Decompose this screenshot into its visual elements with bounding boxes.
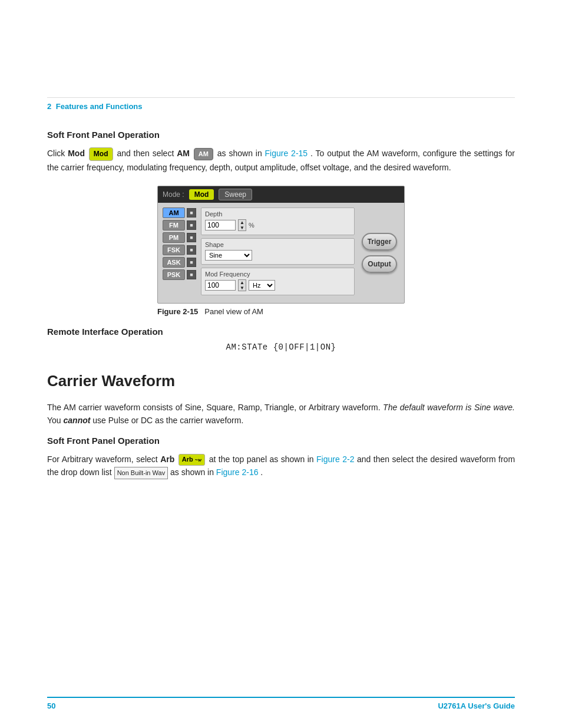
depth-spinner[interactable]: ▲ ▼	[238, 219, 246, 231]
fsk-row: FSK ■	[163, 245, 196, 255]
am-button-inline: AM	[194, 148, 213, 160]
cw-para1-italic: The default waveform is Sine wave.	[383, 403, 515, 412]
fsk-mode-button[interactable]: FSK	[163, 245, 185, 255]
cw-para1-end: use Pulse or DC as the carrier waveform.	[92, 416, 243, 425]
ask-mode-button[interactable]: ASK	[163, 257, 185, 268]
carrier-waveform-para2: For Arbitrary waveform, select Arb Arb ~…	[47, 453, 515, 479]
cw-para1-cont: You	[47, 416, 64, 425]
figure-15-caption-desc: Panel view of AM	[204, 307, 263, 316]
shape-input-row: Sine	[205, 250, 351, 261]
mod-freq-group: Mod Frequency ▲ ▼ Hz kHz	[201, 268, 355, 295]
cw-para2-final: .	[260, 467, 263, 477]
mod-freq-input-row: ▲ ▼ Hz kHz	[205, 279, 351, 291]
mod-freq-down[interactable]: ▼	[239, 285, 246, 291]
mod-freq-spinner[interactable]: ▲ ▼	[238, 279, 246, 291]
remote-code: AM:STATe {0|OFF|1|ON}	[47, 342, 515, 352]
ask-row: ASK ■	[163, 257, 196, 268]
am-text: AM	[177, 149, 190, 158]
mod-freq-up[interactable]: ▲	[239, 280, 246, 285]
trigger-button[interactable]: Trigger	[362, 233, 397, 251]
mod-freq-label: Mod Frequency	[205, 271, 351, 278]
cw-para2-end: as shown in	[170, 467, 216, 477]
mod-button-inline: Mod	[89, 147, 113, 161]
depth-input[interactable]	[205, 220, 236, 230]
cw-para2-mid: at the top panel as shown in	[209, 454, 316, 464]
panel-mod-button[interactable]: Mod	[189, 189, 214, 200]
fm-edit-button[interactable]: ■	[187, 220, 196, 230]
panel-topbar: Mode : Mod Sweep	[158, 186, 404, 203]
figure-2-16-link[interactable]: Figure 2-16	[216, 467, 259, 477]
cw-para1-main: The AM carrier waveform consists of Sine…	[47, 403, 381, 412]
am-row: AM ■	[163, 207, 196, 218]
am-mode-button[interactable]: AM	[163, 207, 185, 218]
depth-up[interactable]: ▲	[239, 220, 246, 225]
fsk-edit-button[interactable]: ■	[187, 245, 196, 255]
mode-column: AM ■ FM ■ PM ■ FSK ■	[163, 207, 196, 298]
depth-unit: %	[249, 222, 254, 229]
shape-select[interactable]: Sine	[205, 250, 252, 261]
psk-edit-button[interactable]: ■	[187, 270, 196, 279]
panel-sweep-button[interactable]: Sweep	[219, 189, 252, 200]
footer: 50 U2761A User's Guide	[47, 697, 515, 710]
figure-15-link-1[interactable]: Figure 2-15	[265, 149, 308, 158]
center-column: Depth ▲ ▼ % Shape	[201, 207, 355, 298]
top-rule	[47, 97, 515, 98]
output-button[interactable]: Output	[362, 255, 397, 273]
figure-15-caption-text	[200, 307, 203, 316]
pm-mode-button[interactable]: PM	[163, 232, 185, 243]
carrier-waveform-para1: The AM carrier waveform consists of Sine…	[47, 401, 515, 427]
soft-front-panel-heading-1: Soft Front Panel Operation	[47, 130, 515, 140]
right-column: Trigger Output	[359, 207, 399, 298]
arb-button-inline: Arb ~𝑤	[178, 454, 205, 465]
fm-mode-button[interactable]: FM	[163, 220, 185, 230]
figure-15-container: Mode : Mod Sweep AM ■ FM ■ P	[47, 186, 515, 316]
ask-edit-button[interactable]: ■	[187, 258, 196, 267]
cw-para2-start: For Arbitrary waveform, select	[47, 454, 160, 464]
remote-interface-heading: Remote Interface Operation	[47, 327, 515, 337]
intro-paragraph: Click Mod Mod and then select AM AM as s…	[47, 147, 515, 174]
depth-label: Depth	[205, 210, 351, 218]
psk-row: PSK ■	[163, 269, 196, 280]
para-mid: and then select	[117, 149, 177, 158]
psk-mode-button[interactable]: PSK	[163, 269, 185, 280]
figure-15-label: Figure 2-15	[157, 307, 198, 316]
dropdown-inline-label: Non Built-in Wav	[114, 467, 168, 480]
panel-body: AM ■ FM ■ PM ■ FSK ■	[158, 203, 404, 303]
footer-guide-title: U2761A User's Guide	[438, 701, 515, 710]
mod-text: Mod	[68, 149, 85, 158]
cw-cannot: cannot	[64, 416, 91, 425]
soft-front-panel-heading-2: Soft Front Panel Operation	[47, 436, 515, 446]
depth-down[interactable]: ▼	[239, 225, 246, 230]
carrier-waveform-title: Carrier Waveform	[47, 366, 515, 390]
shape-label: Shape	[205, 241, 351, 248]
shape-group: Shape Sine	[201, 238, 355, 265]
depth-group: Depth ▲ ▼ %	[201, 207, 355, 235]
arb-text: Arb	[160, 454, 174, 464]
mod-freq-unit-select[interactable]: Hz kHz	[249, 280, 275, 291]
figure-2-2-link[interactable]: Figure 2-2	[316, 454, 354, 464]
para-after: as shown in	[217, 149, 265, 158]
breadcrumb: 2 Features and Functions	[47, 102, 143, 111]
pm-row: PM ■	[163, 232, 196, 243]
mod-freq-input[interactable]	[205, 280, 236, 291]
figure-15-caption: Figure 2-15 Panel view of AM	[157, 307, 405, 316]
fm-row: FM ■	[163, 220, 196, 230]
chapter-number: 2	[47, 102, 51, 111]
pm-edit-button[interactable]: ■	[187, 233, 196, 242]
panel-ui: Mode : Mod Sweep AM ■ FM ■ P	[157, 186, 405, 304]
mode-label: Mode :	[163, 190, 184, 199]
para-before-mod: Click	[47, 149, 68, 158]
breadcrumb-label: Features and Functions	[56, 102, 143, 111]
depth-input-row: ▲ ▼ %	[205, 219, 351, 231]
am-edit-button[interactable]: ■	[187, 208, 196, 218]
footer-page-number: 50	[47, 701, 55, 710]
main-content: Soft Front Panel Operation Click Mod Mod…	[47, 130, 515, 487]
